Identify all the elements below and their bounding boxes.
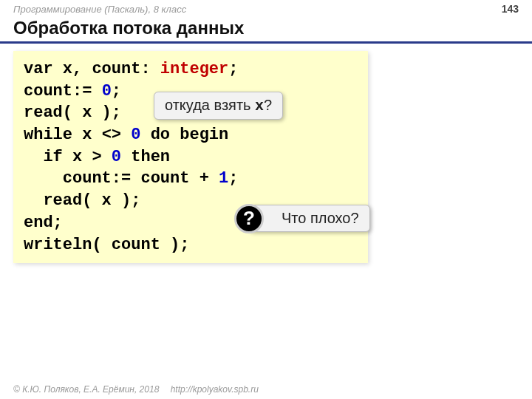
callout-whats-bad: ? Что плохо?: [248, 205, 370, 232]
footer: © К.Ю. Поляков, Е.А. Ерёмин, 2018 http:/…: [13, 384, 259, 395]
code-line: while x <> 0 do begin: [24, 124, 358, 146]
question-icon: ?: [234, 204, 264, 233]
code-line: writeln( count );: [24, 234, 358, 256]
code-line: var x, count: integer;: [24, 58, 358, 81]
copyright: © К.Ю. Поляков, Е.А. Ерёмин, 2018: [13, 384, 159, 395]
footer-url: http://kpolyakov.spb.ru: [171, 384, 259, 395]
callout-where-x: откуда взять x?: [154, 92, 283, 120]
page-number: 143: [502, 3, 519, 15]
course-label: Программирование (Паскаль), 8 класс: [13, 4, 186, 15]
code-line: count:= count + 1;: [24, 168, 358, 190]
page-title: Обработка потока данных: [0, 16, 532, 44]
header-bar: Программирование (Паскаль), 8 класс 143: [0, 0, 532, 16]
code-line: if x > 0 then: [24, 146, 358, 168]
